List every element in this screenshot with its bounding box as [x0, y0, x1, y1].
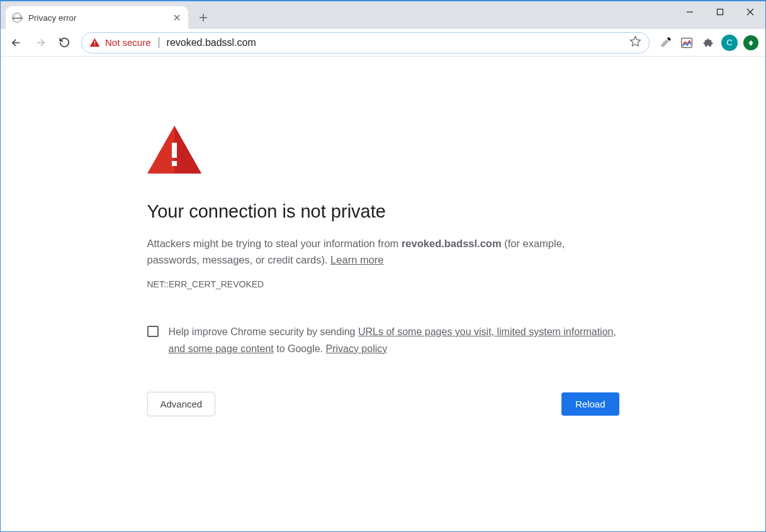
avatar-letter: C — [721, 35, 738, 51]
origin-extension[interactable] — [741, 33, 760, 52]
optin-pre: Help improve Chrome security by sending — [169, 326, 358, 337]
reload-button[interactable]: Reload — [561, 392, 619, 416]
window-controls — [675, 1, 765, 23]
toolbar: Not secure revoked.badssl.com C — [1, 29, 765, 57]
security-label: Not secure — [105, 37, 151, 48]
optin-text: Help improve Chrome security by sending … — [169, 324, 619, 357]
tab-active[interactable]: Privacy error — [6, 6, 188, 29]
safe-browsing-optin: Help improve Chrome security by sending … — [147, 324, 619, 357]
close-window-button[interactable] — [735, 1, 765, 23]
svg-rect-2 — [94, 45, 95, 45]
shield-up-icon — [743, 35, 758, 50]
minimize-button[interactable] — [675, 1, 705, 23]
body-pre: Attackers might be trying to steal your … — [147, 238, 402, 249]
bookmark-star-icon[interactable] — [629, 35, 641, 50]
optin-checkbox[interactable] — [147, 326, 159, 337]
address-bar[interactable]: Not secure revoked.badssl.com — [81, 32, 650, 53]
new-tab-button[interactable] — [194, 9, 212, 26]
tabs-container: Privacy error — [1, 1, 212, 29]
warning-triangle-icon — [89, 38, 100, 47]
svg-rect-5 — [172, 143, 177, 158]
svg-rect-6 — [172, 161, 177, 166]
reload-toolbar-button[interactable] — [54, 32, 75, 53]
page-heading: Your connection is not private — [147, 201, 619, 222]
page-content: Your connection is not private Attackers… — [1, 57, 765, 531]
error-code: NET::ERR_CERT_REVOKED — [147, 279, 619, 289]
privacy-policy-link[interactable]: Privacy policy — [325, 343, 387, 354]
url-text: revoked.badssl.com — [167, 37, 623, 48]
browser-window: Privacy error — [0, 0, 766, 532]
learn-more-link[interactable]: Learn more — [330, 254, 383, 265]
profile-avatar[interactable]: C — [720, 33, 739, 52]
body-domain: revoked.badssl.com — [402, 238, 502, 249]
separator — [159, 37, 159, 48]
ssl-error-interstitial: Your connection is not private Attackers… — [147, 57, 619, 531]
extension-eyedropper[interactable] — [656, 33, 675, 52]
svg-rect-0 — [718, 9, 723, 15]
forward-button[interactable] — [30, 32, 51, 53]
extensions-puzzle-icon[interactable] — [699, 33, 718, 52]
warning-paragraph: Attackers might be trying to steal your … — [147, 236, 619, 268]
svg-rect-1 — [94, 41, 95, 43]
globe-icon — [12, 13, 22, 23]
tab-title: Privacy error — [28, 13, 172, 23]
security-indicator[interactable]: Not secure — [89, 37, 151, 48]
close-tab-button[interactable] — [172, 13, 182, 23]
maximize-button[interactable] — [705, 1, 735, 23]
tab-strip: Privacy error — [1, 1, 765, 29]
back-button[interactable] — [6, 32, 27, 53]
optin-mid: to Google. — [274, 343, 326, 354]
warning-triangle-icon — [147, 126, 619, 176]
advanced-button[interactable]: Advanced — [147, 392, 216, 416]
svg-marker-3 — [631, 36, 641, 46]
extension-colorful[interactable] — [677, 33, 696, 52]
button-row: Advanced Reload — [147, 392, 619, 416]
